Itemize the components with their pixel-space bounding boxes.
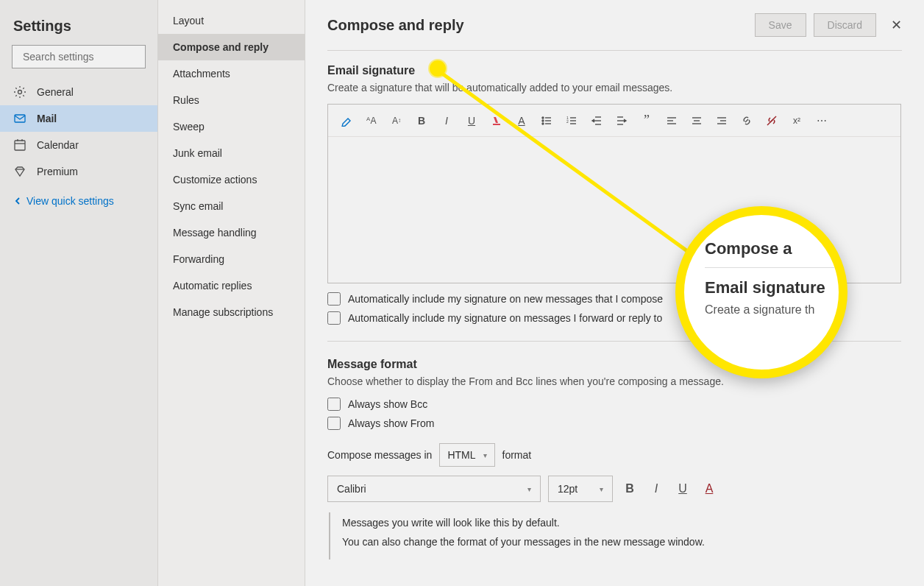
compose-format-row: Compose messages in HTML ▾ format [327, 443, 902, 467]
indent-icon[interactable] [611, 110, 633, 132]
quote-icon[interactable]: ” [636, 110, 658, 132]
mail-icon [13, 112, 26, 125]
always-from-checkbox-row[interactable]: Always show From [327, 417, 902, 430]
nav-label: Premium [37, 166, 78, 177]
checkbox-label: Always show From [348, 417, 434, 429]
compose-format-value: HTML [447, 449, 475, 461]
settings-nav: General Mail Calendar Premium [0, 79, 157, 185]
mid-automatic-replies[interactable]: Automatic replies [158, 272, 305, 299]
view-quick-settings-link[interactable]: View quick settings [0, 185, 157, 217]
compose-suffix: format [502, 449, 532, 461]
checkbox-label: Always show Bcc [348, 398, 427, 410]
nav-premium[interactable]: Premium [0, 158, 157, 185]
font-size-select[interactable]: 12pt ▾ [548, 476, 613, 502]
nav-general[interactable]: General [0, 79, 157, 105]
checkbox-label: Automatically include my signature on ne… [348, 293, 663, 305]
diamond-icon [13, 165, 26, 178]
mid-message-handling[interactable]: Message handling [158, 219, 305, 246]
italic-toggle[interactable]: I [647, 482, 666, 495]
callout-line2: Email signature [705, 278, 839, 297]
unlink-icon[interactable] [761, 110, 783, 132]
font-size-value: 12pt [558, 483, 578, 495]
mid-forwarding[interactable]: Forwarding [158, 246, 305, 272]
msgfmt-subtitle: Choose whether to display the From and B… [327, 375, 902, 387]
calendar-icon [13, 138, 26, 152]
underline-toggle[interactable]: U [673, 482, 692, 495]
search-input[interactable] [23, 51, 152, 63]
callout-line3: Create a signature th [705, 303, 839, 317]
svg-point-2 [18, 91, 22, 94]
auto-sig-reply-checkbox[interactable] [327, 311, 341, 325]
bold-icon[interactable]: B [411, 110, 433, 132]
align-left-icon[interactable] [661, 110, 683, 132]
svg-point-12 [542, 123, 544, 124]
numbering-icon[interactable]: 12 [561, 110, 583, 132]
close-button[interactable]: ✕ [891, 17, 902, 33]
nav-label: General [37, 86, 74, 98]
default-style-row: Calibri ▾ 12pt ▾ B I U A [327, 476, 902, 502]
italic-icon[interactable]: I [436, 110, 458, 132]
svg-rect-3 [15, 115, 25, 122]
mid-rules[interactable]: Rules [158, 87, 305, 113]
editor-toolbar: ᴬA A↕ B I U A 12 ” x² ⋯ [328, 105, 900, 137]
chevron-down-icon: ▾ [600, 485, 603, 493]
highlighter-icon[interactable] [335, 110, 358, 132]
callout-line1: Compose a [705, 239, 847, 268]
align-right-icon[interactable] [711, 110, 733, 132]
chevron-down-icon: ▾ [483, 451, 487, 459]
mid-sync-email[interactable]: Sync email [158, 193, 305, 219]
chevron-down-icon: ▾ [527, 485, 531, 493]
svg-rect-4 [15, 141, 25, 150]
quick-label: View quick settings [26, 195, 114, 207]
checkbox-label: Automatically include my signature on me… [348, 312, 662, 324]
outdent-icon[interactable] [586, 110, 608, 132]
compose-prefix: Compose messages in [327, 449, 432, 461]
page-title: Compose and reply [327, 17, 747, 34]
auto-sig-new-checkbox[interactable] [327, 292, 341, 306]
svg-rect-9 [493, 124, 500, 125]
always-from-checkbox[interactable] [327, 417, 341, 430]
mid-layout[interactable]: Layout [158, 7, 305, 34]
font-family-value: Calibri [337, 483, 366, 495]
bullets-icon[interactable] [536, 110, 558, 132]
font-color-toggle[interactable]: A [700, 482, 719, 495]
align-center-icon[interactable] [686, 110, 708, 132]
always-bcc-checkbox[interactable] [327, 398, 341, 411]
font-size-icon[interactable]: A↕ [385, 110, 408, 132]
svg-point-10 [542, 117, 544, 119]
nav-label: Calendar [37, 139, 79, 151]
compose-format-select[interactable]: HTML ▾ [439, 443, 494, 467]
mail-subsettings-list: Layout Compose and reply Attachments Rul… [158, 7, 305, 325]
font-family-icon[interactable]: ᴬA [360, 110, 383, 132]
callout-anchor-dot [430, 60, 446, 77]
msgfmt-title: Message format [327, 358, 902, 371]
preview-line: You can also change the format of your m… [342, 536, 890, 548]
settings-title: Settings [0, 13, 157, 45]
font-family-select[interactable]: Calibri ▾ [327, 476, 541, 502]
discard-button[interactable]: Discard [814, 13, 876, 37]
always-bcc-checkbox-row[interactable]: Always show Bcc [327, 398, 902, 411]
mail-subsettings: Layout Compose and reply Attachments Rul… [158, 0, 305, 586]
nav-mail[interactable]: Mail [0, 105, 157, 132]
svg-point-11 [542, 120, 544, 121]
link-icon[interactable] [736, 110, 758, 132]
preview-line: Messages you write will look like this b… [342, 517, 890, 529]
underline-icon[interactable]: U [461, 110, 483, 132]
mid-attachments[interactable]: Attachments [158, 60, 305, 87]
clear-format-icon[interactable]: x² [786, 110, 808, 132]
mid-junk[interactable]: Junk email [158, 140, 305, 166]
mid-sweep[interactable]: Sweep [158, 113, 305, 140]
gear-icon [13, 85, 26, 99]
nav-calendar[interactable]: Calendar [0, 132, 157, 158]
more-icon[interactable]: ⋯ [811, 110, 833, 132]
bold-toggle[interactable]: B [620, 482, 639, 495]
save-button[interactable]: Save [755, 13, 806, 37]
chevron-left-icon [13, 197, 22, 205]
settings-search[interactable] [12, 45, 146, 68]
mid-compose-reply[interactable]: Compose and reply [158, 34, 305, 60]
settings-sidebar: Settings General Mail Calendar Premium V… [0, 0, 158, 586]
nav-label: Mail [37, 113, 57, 124]
signature-title: Email signature [327, 64, 902, 77]
mid-manage-subs[interactable]: Manage subscriptions [158, 299, 305, 325]
mid-customize-actions[interactable]: Customize actions [158, 166, 305, 193]
